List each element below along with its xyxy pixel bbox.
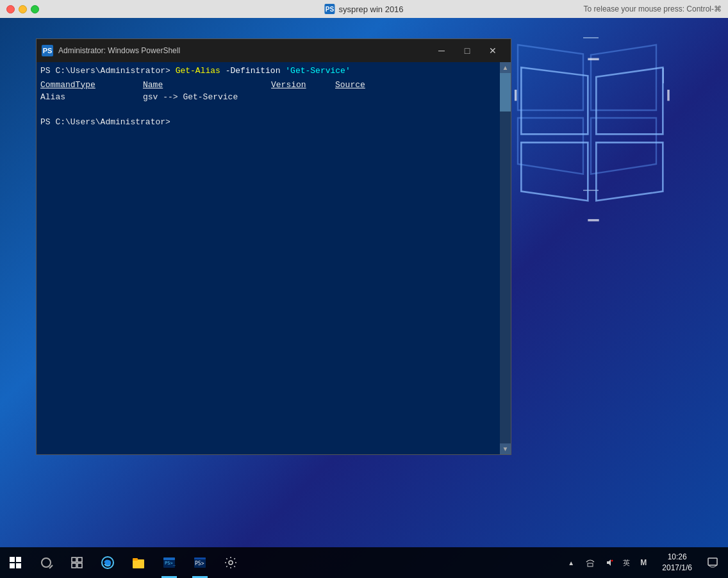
system-tray: ▲ 英 M [558, 547, 657, 578]
row-commandtype: Alias [40, 91, 143, 104]
svg-rect-27 [194, 557, 206, 559]
header-name: Name [143, 79, 271, 92]
powershell-scrollbar[interactable]: ▲ ▼ [500, 62, 511, 454]
powershell-content: PS C:\Users\Administrator> Get-Alias -De… [37, 62, 511, 454]
m-indicator[interactable]: M [635, 547, 652, 578]
start-icon [10, 557, 21, 568]
terminal-empty-line [40, 104, 496, 117]
ps-prompt-2: PS C:\Users\Administrator> [40, 116, 170, 129]
ps-minimize-button[interactable]: ─ [429, 39, 454, 62]
windows-taskbar: PS>_ PS> ▲ [0, 547, 728, 578]
mac-close-button[interactable] [6, 5, 15, 13]
ps-prompt-1: PS C:\Users\Administrator> [40, 65, 170, 78]
mac-minimize-button[interactable] [19, 5, 27, 13]
start-button[interactable] [0, 547, 31, 578]
clock-date: 2017/1/6 [662, 563, 692, 574]
row-name: gsv --> Get-Service [143, 91, 271, 104]
svg-marker-9 [596, 67, 663, 134]
mac-release-hint: To release your mouse press: Control-⌘ [584, 4, 722, 13]
svg-text:PS>: PS> [195, 561, 204, 566]
svg-point-29 [229, 561, 233, 565]
svg-rect-30 [588, 563, 593, 566]
network-icon[interactable] [582, 547, 599, 578]
terminal-table-row: Alias gsv --> Get-Service [40, 91, 496, 104]
svg-rect-24 [163, 557, 175, 560]
svg-rect-34 [708, 558, 717, 565]
svg-rect-19 [78, 563, 82, 568]
header-version: Version [271, 79, 335, 92]
powershell-files-icon: PS>_ [162, 556, 176, 570]
powershell-active-icon: PS> [193, 556, 207, 570]
powershell-titlebar: PS Administrator: Windows PowerShell ─ □… [37, 39, 511, 62]
terminal-table-header: CommandType Name Version Source [40, 79, 496, 92]
windows-logo-decoration [510, 56, 677, 223]
powershell-icon: PS [42, 45, 53, 56]
powershell-window: PS Administrator: Windows PowerShell ─ □… [36, 38, 511, 455]
search-button[interactable] [31, 547, 62, 578]
svg-rect-17 [78, 557, 82, 562]
svg-marker-11 [596, 142, 663, 201]
notification-icon [707, 557, 718, 568]
settings-icon [224, 556, 237, 569]
mac-title-icon: PS [324, 4, 335, 14]
terminal-command-line: PS C:\Users\Administrator> Get-Alias -De… [40, 65, 496, 78]
explorer-icon [131, 556, 145, 570]
taskbar-clock[interactable]: 10:26 2017/1/6 [657, 547, 697, 578]
edge-icon [101, 556, 115, 570]
header-source: Source [335, 79, 365, 92]
svg-rect-18 [72, 563, 76, 568]
scroll-down-arrow[interactable]: ▼ [500, 443, 511, 454]
svg-rect-21 [133, 559, 144, 568]
ps-maximize-button[interactable]: □ [454, 39, 480, 62]
row-version [271, 91, 335, 104]
tray-expand[interactable]: ▲ [563, 547, 579, 578]
notification-center[interactable] [697, 547, 728, 578]
scroll-thumb[interactable] [500, 73, 511, 111]
ps-cmd-definition: -Definition [220, 65, 281, 78]
svg-marker-8 [521, 67, 588, 134]
svg-rect-16 [72, 557, 76, 562]
scroll-up-arrow[interactable]: ▲ [500, 62, 511, 73]
mac-maximize-button[interactable] [31, 5, 39, 13]
explorer-button[interactable] [123, 547, 154, 578]
task-view-icon [71, 557, 83, 568]
ps-cmd-value: 'Get-Service' [280, 65, 350, 78]
scroll-track[interactable] [500, 73, 511, 443]
terminal-prompt-2: PS C:\Users\Administrator> [40, 116, 496, 129]
mac-titlebar: PS sysprep win 2016 To release your mous… [0, 0, 728, 18]
svg-rect-22 [133, 558, 138, 561]
powershell-terminal[interactable]: PS C:\Users\Administrator> Get-Alias -De… [37, 62, 500, 454]
volume-icon[interactable] [601, 547, 618, 578]
ps-close-button[interactable]: ✕ [480, 39, 506, 62]
language-indicator[interactable]: 英 [620, 547, 633, 578]
settings-button[interactable] [215, 547, 246, 578]
powershell-window-buttons: ─ □ ✕ [429, 39, 506, 62]
svg-marker-31 [607, 559, 611, 566]
ps-cmd-alias: Get-Alias [170, 65, 220, 78]
svg-text:PS>_: PS>_ [165, 561, 176, 566]
svg-marker-10 [521, 142, 588, 201]
windows-desktop: PS Administrator: Windows PowerShell ─ □… [0, 18, 728, 578]
edge-button[interactable] [92, 547, 123, 578]
mac-window-title: PS sysprep win 2016 [324, 4, 403, 14]
header-commandtype: CommandType [40, 79, 143, 92]
powershell-title: Administrator: Windows PowerShell [58, 46, 429, 55]
clock-time: 10:26 [668, 552, 687, 563]
task-view-button[interactable] [62, 547, 92, 578]
search-icon [41, 557, 51, 568]
powershell-files-button[interactable]: PS>_ [154, 547, 185, 578]
powershell-active-button[interactable]: PS> [185, 547, 215, 578]
